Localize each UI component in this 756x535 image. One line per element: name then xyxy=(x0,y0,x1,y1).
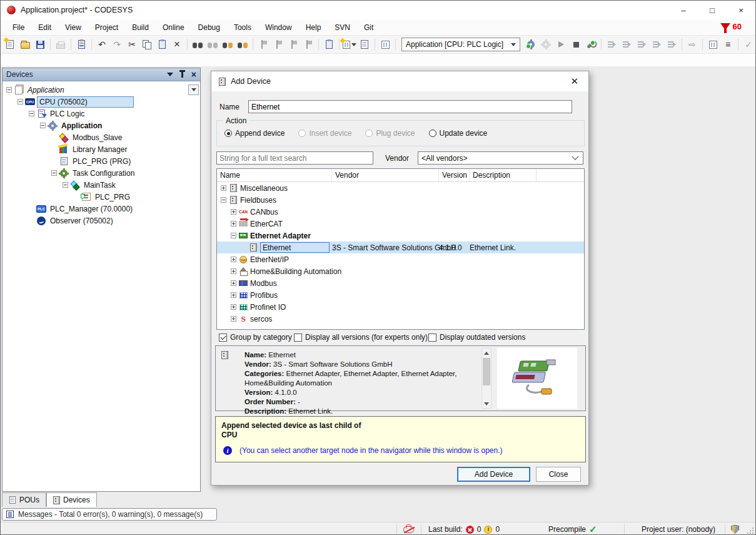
start-button[interactable] xyxy=(554,38,568,51)
flow-control-button[interactable]: ≡ xyxy=(721,38,735,51)
tree-item-cpu[interactable]: CPU CPU (705002) xyxy=(3,96,200,108)
delete-button[interactable]: × xyxy=(170,38,184,51)
collapse-icon[interactable] xyxy=(6,87,12,93)
tree-item-library-manager[interactable]: Library Manager xyxy=(3,143,200,155)
stop-button[interactable] xyxy=(569,38,583,51)
notification-filter[interactable]: 60 xyxy=(720,22,742,31)
redo-button[interactable]: ↷ xyxy=(110,38,124,51)
print-button[interactable] xyxy=(54,38,68,51)
write-values-button[interactable]: ⇨ xyxy=(685,38,699,51)
collapse-icon[interactable] xyxy=(40,123,46,128)
dialog-close-button[interactable]: ✕ xyxy=(568,76,581,87)
collapse-icon[interactable] xyxy=(29,111,34,116)
security-status[interactable] xyxy=(731,522,739,535)
panel-menu-button[interactable] xyxy=(167,73,173,76)
tree-item-plc-prg-call[interactable]: PLC_PRG xyxy=(3,191,200,203)
messages-bar[interactable]: Messages - Total 0 error(s), 0 warning(s… xyxy=(2,508,217,521)
run-to-cursor-button[interactable] xyxy=(650,38,663,51)
new-object-button[interactable] xyxy=(343,38,356,51)
expand-icon[interactable] xyxy=(231,304,236,310)
login-button[interactable] xyxy=(524,38,538,51)
device-row-home-building[interactable]: Home&Building Automation xyxy=(217,265,584,277)
tree-item-application[interactable]: Application xyxy=(3,120,200,131)
add-object-button[interactable] xyxy=(358,38,371,51)
clear-bookmarks-button[interactable] xyxy=(301,38,315,51)
expand-icon[interactable] xyxy=(231,280,236,286)
copy-button[interactable] xyxy=(140,38,154,51)
collapse-icon[interactable] xyxy=(51,170,57,176)
replace-button[interactable] xyxy=(206,38,219,51)
expand-icon[interactable] xyxy=(231,292,236,298)
tree-item-plc-logic[interactable]: PLC Logic xyxy=(3,108,200,120)
save-button[interactable] xyxy=(33,38,47,51)
find-button[interactable] xyxy=(191,38,204,51)
step-over-button[interactable] xyxy=(605,38,618,51)
close-dialog-button[interactable]: Close xyxy=(536,467,581,482)
toggle-bookmark-button[interactable] xyxy=(256,38,270,51)
step-out-button[interactable] xyxy=(635,38,648,51)
checkbox-display-outdated-versions[interactable]: Display outdated versions xyxy=(428,333,525,342)
device-row-ethercat[interactable]: EtherCAT xyxy=(217,218,584,230)
menu-tools[interactable]: Tools xyxy=(227,21,258,34)
edit-object-button[interactable] xyxy=(378,38,392,51)
step-into-button[interactable] xyxy=(620,38,633,51)
column-vendor[interactable]: Vendor xyxy=(332,169,439,181)
device-row-ethernet-ip[interactable]: EtherNet/IP xyxy=(217,253,584,265)
menu-view[interactable]: View xyxy=(58,21,88,34)
details-scrollbar[interactable] xyxy=(481,348,491,409)
add-device-button[interactable]: Add Device xyxy=(457,467,530,482)
undo-button[interactable]: ↶ xyxy=(95,38,109,51)
device-name-input[interactable] xyxy=(248,100,572,113)
reset-button[interactable] xyxy=(665,38,678,51)
find-in-project-button[interactable] xyxy=(221,38,234,51)
device-row-miscellaneous[interactable]: Miscellaneous xyxy=(217,182,584,194)
open-project-button[interactable] xyxy=(18,38,32,51)
tree-item-plc-prg[interactable]: PLC_PRG (PRG) xyxy=(3,155,200,167)
vendor-select[interactable]: <All vendors> xyxy=(418,151,583,165)
resize-grip[interactable] xyxy=(747,527,753,534)
replace-in-project-button[interactable] xyxy=(236,38,249,51)
collapse-icon[interactable] xyxy=(63,182,68,188)
collapse-icon[interactable] xyxy=(221,197,226,203)
checkbox-display-all-versions[interactable]: Display all versions (for experts only) xyxy=(294,333,428,342)
device-row-sercos[interactable]: Ssercos xyxy=(217,313,584,325)
menu-debug[interactable]: Debug xyxy=(191,21,227,34)
radio-update-device[interactable]: Update device xyxy=(429,129,488,138)
expand-icon[interactable] xyxy=(231,209,236,215)
scroll-up-icon[interactable] xyxy=(482,349,491,357)
menu-window[interactable]: Window xyxy=(258,21,299,34)
tree-item-plc-manager[interactable]: PLC PLC_Manager (70.0000) xyxy=(3,203,200,215)
build-button[interactable] xyxy=(584,38,598,51)
device-row-profinet-io[interactable]: Profinet IO xyxy=(217,301,584,313)
column-name[interactable]: Name xyxy=(217,169,332,181)
next-bookmark-button[interactable] xyxy=(286,38,300,51)
scrollbar-thumb[interactable] xyxy=(483,358,490,385)
maximize-button[interactable]: □ xyxy=(698,1,727,19)
tab-pous[interactable]: POUs xyxy=(2,492,46,507)
expand-icon[interactable] xyxy=(231,316,236,322)
active-application-selector[interactable]: Application [CPU: PLC Logic] xyxy=(401,38,520,51)
properties-button[interactable] xyxy=(322,38,336,51)
collapse-icon[interactable] xyxy=(231,233,236,238)
menu-help[interactable]: Help xyxy=(299,21,328,34)
tree-item-task-configuration[interactable]: Task Configuration xyxy=(3,167,200,179)
device-row-ethernet-adapter[interactable]: Ethernet Adapter xyxy=(217,230,584,242)
menu-file[interactable]: File xyxy=(6,21,31,34)
menu-svn[interactable]: SVN xyxy=(328,21,357,34)
collapse-icon[interactable] xyxy=(18,99,23,104)
checkbox-group-by-category[interactable]: Group by category xyxy=(219,333,292,342)
minimize-button[interactable]: – xyxy=(669,1,698,19)
check-syntax-button[interactable]: ✓ xyxy=(742,38,755,51)
scroll-down-icon[interactable] xyxy=(482,399,491,408)
column-version[interactable]: Version xyxy=(439,169,470,181)
menu-git[interactable]: Git xyxy=(357,21,380,34)
tree-item-maintask[interactable]: MainTask xyxy=(3,179,200,191)
expand-icon[interactable] xyxy=(231,268,236,274)
close-button[interactable]: × xyxy=(727,1,755,19)
tree-item-observer[interactable]: Observer (705002) xyxy=(3,215,200,227)
expand-icon[interactable] xyxy=(231,257,236,262)
radio-append-device[interactable]: Append device xyxy=(224,129,285,138)
menu-project[interactable]: Project xyxy=(88,21,125,34)
tab-devices[interactable]: Devices xyxy=(46,492,97,507)
expand-icon[interactable] xyxy=(231,221,236,227)
